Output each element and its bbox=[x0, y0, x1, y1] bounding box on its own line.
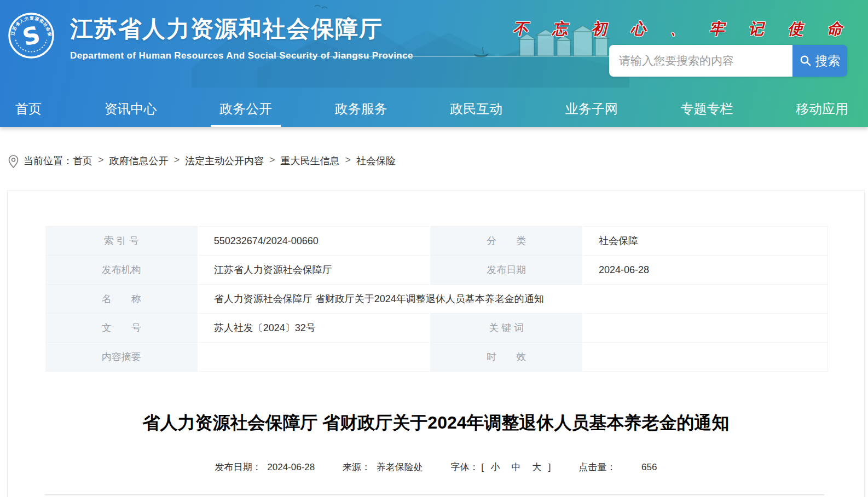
publish-date-label: 发布日期： bbox=[215, 462, 262, 472]
nav-item-news-center[interactable]: 资讯中心 bbox=[105, 92, 157, 127]
nav-item-home[interactable]: 首页 bbox=[15, 92, 42, 127]
nav-item-public-interaction[interactable]: 政民互动 bbox=[450, 92, 502, 127]
field-value-name: 省人力资源社会保障厅 省财政厅关于2024年调整退休人员基本养老金的通知 bbox=[198, 285, 828, 314]
font-bracket-open: [ bbox=[481, 462, 484, 472]
field-value-validity bbox=[583, 343, 828, 372]
table-row: 文 号 苏人社发〔2024〕32号 关 键 词 bbox=[45, 314, 828, 343]
nav-item-mobile-apps[interactable]: 移动应用 bbox=[796, 92, 848, 127]
brand-block: 江苏省人力资源和社会保障厅 S 江苏省人力资源和社会保障厅 Department… bbox=[8, 12, 413, 61]
site-title: 江苏省人力资源和社会保障厅 bbox=[70, 16, 413, 42]
field-label-keyword: 关 键 词 bbox=[430, 314, 583, 343]
field-value-index: 550232674/2024-00660 bbox=[198, 227, 430, 256]
hits-label: 点击量： bbox=[578, 462, 616, 472]
breadcrumb-separator: > bbox=[98, 154, 104, 166]
font-bracket-close: ] bbox=[548, 462, 551, 472]
breadcrumb-item-livelihood-info[interactable]: 重大民生信息 bbox=[281, 154, 340, 167]
table-row: 名 称 省人力资源社会保障厅 省财政厅关于2024年调整退休人员基本养老金的通知 bbox=[45, 285, 828, 314]
font-size-group: 字体： [ 小 中 大 ] bbox=[450, 461, 551, 473]
table-row: 发布机构 江苏省人力资源社会保障厅 发布日期 2024-06-28 bbox=[45, 256, 828, 285]
field-label-validity: 时 效 bbox=[430, 343, 583, 372]
field-label-name: 名 称 bbox=[45, 285, 198, 314]
field-value-keyword bbox=[583, 314, 828, 343]
search-bar: 搜索 bbox=[609, 45, 847, 77]
logo-s-glyph: S bbox=[20, 21, 43, 51]
source-value: 养老保险处 bbox=[377, 462, 423, 472]
font-size-large-button[interactable]: 大 bbox=[532, 462, 541, 472]
field-label-docnum: 文 号 bbox=[45, 314, 198, 343]
font-size-label: 字体： bbox=[450, 462, 478, 472]
publish-date-group: 发布日期： 2024-06-28 bbox=[215, 461, 315, 473]
main-nav: 首页 资讯中心 政务公开 政务服务 政民互动 业务子网 专题专栏 移动应用 bbox=[0, 92, 868, 127]
source-group: 来源： 养老保险处 bbox=[343, 461, 423, 473]
field-label-index: 索 引 号 bbox=[45, 227, 198, 256]
field-value-date: 2024-06-28 bbox=[583, 256, 828, 285]
nav-item-gov-disclosure[interactable]: 政务公开 bbox=[219, 92, 272, 127]
field-label-category: 分 类 bbox=[430, 227, 583, 256]
search-button-label: 搜索 bbox=[815, 53, 841, 70]
content-panel: 索 引 号 550232674/2024-00660 分 类 社会保障 发布机构… bbox=[7, 190, 865, 497]
site-logo[interactable]: 江苏省人力资源和社会保障厅 S bbox=[8, 12, 55, 59]
source-label: 来源： bbox=[343, 462, 371, 472]
site-subtitle: Department of Human Resources And Social… bbox=[70, 50, 413, 61]
field-label-org: 发布机构 bbox=[45, 256, 198, 285]
hits-value: 656 bbox=[641, 462, 657, 472]
field-value-org: 江苏省人力资源社会保障厅 bbox=[198, 256, 430, 285]
breadcrumb-item-statutory-content[interactable]: 法定主动公开内容 bbox=[185, 154, 264, 167]
field-label-date: 发布日期 bbox=[430, 256, 583, 285]
breadcrumb-separator: > bbox=[174, 154, 180, 166]
font-size-small-button[interactable]: 小 bbox=[491, 462, 500, 472]
breadcrumb-item-home[interactable]: 首页 bbox=[73, 154, 92, 167]
nav-item-special-columns[interactable]: 专题专栏 bbox=[680, 92, 733, 127]
breadcrumb-separator: > bbox=[269, 154, 275, 166]
table-row: 索 引 号 550232674/2024-00660 分 类 社会保障 bbox=[45, 227, 828, 256]
table-row: 内容摘要 时 效 bbox=[45, 343, 828, 372]
breadcrumb: 当前位置： 首页 > 政府信息公开 > 法定主动公开内容 > 重大民生信息 > … bbox=[0, 127, 868, 190]
hits-group: 点击量： 656 bbox=[578, 461, 657, 473]
breadcrumb-separator: > bbox=[345, 154, 351, 166]
search-input[interactable] bbox=[609, 45, 792, 77]
font-size-medium-button[interactable]: 中 bbox=[511, 462, 520, 472]
field-label-summary: 内容摘要 bbox=[45, 343, 198, 372]
slogan-banner: 不 忘 初 心 、 牢 记 使 命 bbox=[513, 19, 852, 39]
breadcrumb-item-social-insurance[interactable]: 社会保险 bbox=[356, 154, 396, 167]
document-info-table: 索 引 号 550232674/2024-00660 分 类 社会保障 发布机构… bbox=[44, 226, 828, 372]
location-pin-icon bbox=[8, 154, 19, 169]
breadcrumb-prefix: 当前位置： bbox=[24, 154, 73, 167]
publish-date-value: 2024-06-28 bbox=[267, 462, 315, 472]
field-value-docnum: 苏人社发〔2024〕32号 bbox=[198, 314, 430, 343]
field-value-summary bbox=[198, 343, 430, 372]
content-divider bbox=[44, 494, 824, 495]
field-value-category: 社会保障 bbox=[583, 227, 828, 256]
article-title: 省人力资源社会保障厅 省财政厅关于2024年调整退休人员基本养老金的通知 bbox=[30, 411, 842, 435]
search-button[interactable]: 搜索 bbox=[792, 45, 847, 77]
breadcrumb-item-gov-info[interactable]: 政府信息公开 bbox=[109, 154, 169, 167]
search-icon bbox=[800, 55, 812, 67]
site-header: 江苏省人力资源和社会保障厅 S 江苏省人力资源和社会保障厅 Department… bbox=[0, 0, 868, 127]
nav-item-gov-services[interactable]: 政务服务 bbox=[335, 92, 387, 127]
article-meta: 发布日期： 2024-06-28 来源： 养老保险处 字体： [ 小 中 大 ]… bbox=[8, 461, 864, 473]
nav-item-business-subnet[interactable]: 业务子网 bbox=[565, 92, 618, 127]
